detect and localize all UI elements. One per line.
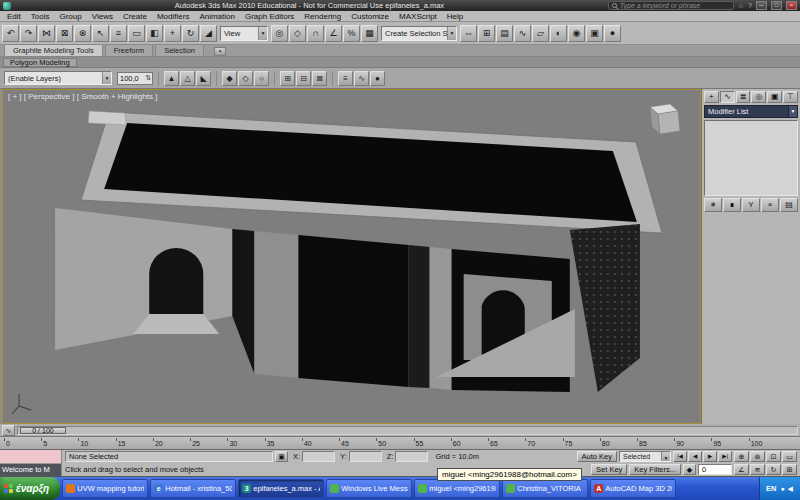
select-and-move-icon[interactable]: +: [164, 25, 181, 42]
ribbon-tool-icon[interactable]: △: [180, 71, 195, 86]
pan-icon[interactable]: ≋: [750, 464, 765, 475]
orbit-icon[interactable]: ↻: [766, 464, 781, 475]
material-editor-icon[interactable]: ◐: [550, 25, 567, 42]
tab-freeform[interactable]: Freeform: [105, 44, 153, 56]
configure-modifier-sets-icon[interactable]: ▤: [780, 198, 798, 212]
current-frame-field[interactable]: 0: [698, 464, 732, 475]
ribbon-tool-icon[interactable]: ⊟: [296, 71, 311, 86]
help-icon[interactable]: ?: [748, 1, 752, 10]
macro-recorder-line[interactable]: [0, 450, 61, 464]
viewport-perspective[interactable]: [ + ] [ Perspective ] [ Smooth + Highlig…: [2, 89, 701, 424]
go-to-end-button[interactable]: ▶|: [718, 451, 732, 462]
percent-snap-icon[interactable]: %: [343, 25, 360, 42]
menu-item[interactable]: Edit: [2, 12, 26, 21]
start-button[interactable]: έναρξη: [0, 477, 60, 500]
close-button[interactable]: ×: [786, 1, 797, 10]
mini-curve-editor-icon[interactable]: ∿: [2, 425, 15, 436]
menu-item[interactable]: Graph Editors: [240, 12, 299, 21]
reference-coordinate-dropdown[interactable]: View ▼: [220, 26, 268, 41]
pin-stack-icon[interactable]: ∗: [704, 198, 722, 212]
taskbar-item[interactable]: UVW mapping tutoria...: [62, 479, 148, 498]
hierarchy-tab-icon[interactable]: ≣: [736, 91, 751, 103]
key-mode-icon[interactable]: ◆: [683, 464, 696, 475]
tab-graphite-modeling-tools[interactable]: Graphite Modeling Tools: [4, 44, 103, 56]
taskbar-item[interactable]: Christina_VITORIA: [502, 479, 588, 498]
zoom-icon[interactable]: ⊕: [734, 451, 749, 462]
modifier-list-dropdown[interactable]: Modifier List ▼: [704, 105, 798, 118]
zoom-region-icon[interactable]: ▭: [782, 451, 797, 462]
ribbon-tool-icon[interactable]: ≡: [338, 71, 353, 86]
mirror-icon[interactable]: ⇔: [460, 25, 477, 42]
favorites-star-icon[interactable]: ☆: [738, 1, 744, 10]
viewcube[interactable]: [650, 104, 680, 134]
menu-item[interactable]: MAXScript: [394, 12, 442, 21]
ribbon-tool-icon[interactable]: ∿: [354, 71, 369, 86]
listener-line[interactable]: Welcome to M: [0, 464, 61, 477]
menu-item[interactable]: Create: [118, 12, 152, 21]
restore-button[interactable]: □: [771, 1, 782, 10]
key-filters-button[interactable]: Key Filters...: [629, 464, 681, 475]
tray-messenger-icon[interactable]: ●: [780, 484, 784, 493]
window-crossing-icon[interactable]: ◧: [146, 25, 163, 42]
ribbon-minimize-icon[interactable]: ▪: [214, 47, 226, 56]
language-indicator[interactable]: EN: [766, 484, 776, 493]
set-key-button[interactable]: Set Key: [591, 464, 627, 475]
ribbon-tool-icon[interactable]: ⊠: [312, 71, 327, 86]
bind-to-space-warp-icon[interactable]: ⊗: [74, 25, 91, 42]
timeline-ruler[interactable]: 0 5 10 15 20 25 30 35 40 45: [0, 437, 800, 450]
select-and-scale-icon[interactable]: ◢: [200, 25, 217, 42]
select-and-manipulate-icon[interactable]: ◇: [289, 25, 306, 42]
taskbar-item[interactable]: A AutoCAD Map 3D 20...: [590, 479, 676, 498]
go-to-start-button[interactable]: |◀: [673, 451, 687, 462]
zoom-all-icon[interactable]: ⊚: [750, 451, 765, 462]
menu-item[interactable]: Views: [87, 12, 118, 21]
angle-snap-icon[interactable]: ∠: [325, 25, 342, 42]
y-coordinate-field[interactable]: [349, 451, 382, 462]
select-and-rotate-icon[interactable]: ↻: [182, 25, 199, 42]
ribbon-tool-icon[interactable]: ●: [370, 71, 385, 86]
snaps-toggle-icon[interactable]: ∩: [307, 25, 324, 42]
use-pivot-center-icon[interactable]: ◎: [271, 25, 288, 42]
minimize-button[interactable]: ─: [756, 1, 767, 10]
create-tab-icon[interactable]: +: [704, 91, 719, 103]
polygon-modeling-tab[interactable]: Polygon Modeling: [3, 58, 77, 67]
taskbar-item[interactable]: Windows Live Messe...: [326, 479, 412, 498]
time-slider[interactable]: 0 / 100: [20, 427, 66, 434]
schematic-view-icon[interactable]: ▱: [532, 25, 549, 42]
menu-item[interactable]: Help: [442, 12, 468, 21]
x-coordinate-field[interactable]: [302, 451, 335, 462]
time-slider-track[interactable]: 0 / 100: [17, 426, 798, 435]
undo-icon[interactable]: ↶: [2, 25, 19, 42]
curve-editor-icon[interactable]: ∿: [514, 25, 531, 42]
align-icon[interactable]: ⊞: [478, 25, 495, 42]
menu-item[interactable]: Modifiers: [152, 12, 194, 21]
select-and-link-icon[interactable]: ⋈: [38, 25, 55, 42]
motion-tab-icon[interactable]: ◎: [751, 91, 766, 103]
z-coordinate-field[interactable]: [395, 451, 428, 462]
auto-key-button[interactable]: Auto Key: [577, 451, 617, 462]
ribbon-tool-icon[interactable]: ▲: [164, 71, 179, 86]
taskbar-item[interactable]: 3 epifaneies_a.max - A...: [238, 479, 324, 498]
menu-item[interactable]: Animation: [194, 12, 240, 21]
maxscript-mini-listener[interactable]: Welcome to M: [0, 450, 62, 476]
quick-render-icon[interactable]: ●: [604, 25, 621, 42]
make-unique-icon[interactable]: Y: [742, 198, 760, 212]
modifier-stack[interactable]: [704, 120, 798, 196]
ribbon-tool-icon[interactable]: ◇: [238, 71, 253, 86]
ribbon-tool-icon[interactable]: ◣: [196, 71, 211, 86]
selection-region-icon[interactable]: ▭: [128, 25, 145, 42]
tab-selection[interactable]: Selection: [155, 44, 204, 56]
ribbon-spinner-field[interactable]: 100,0: [117, 72, 153, 85]
utilities-tab-icon[interactable]: ⊤: [783, 91, 798, 103]
named-selection-sets-dropdown[interactable]: Create Selection S... ▼: [381, 26, 457, 41]
modify-tab-icon[interactable]: ∿: [720, 91, 735, 103]
ribbon-tool-icon[interactable]: ⊞: [280, 71, 295, 86]
select-by-name-icon[interactable]: ≡: [110, 25, 127, 42]
menu-item[interactable]: Group: [54, 12, 86, 21]
previous-frame-button[interactable]: ◀: [688, 451, 702, 462]
select-object-icon[interactable]: ↖: [92, 25, 109, 42]
redo-icon[interactable]: ↷: [20, 25, 37, 42]
maximize-viewport-icon[interactable]: ⊞: [782, 464, 797, 475]
play-button[interactable]: ▶: [703, 451, 717, 462]
edit-named-selections-icon[interactable]: ▦: [361, 25, 378, 42]
